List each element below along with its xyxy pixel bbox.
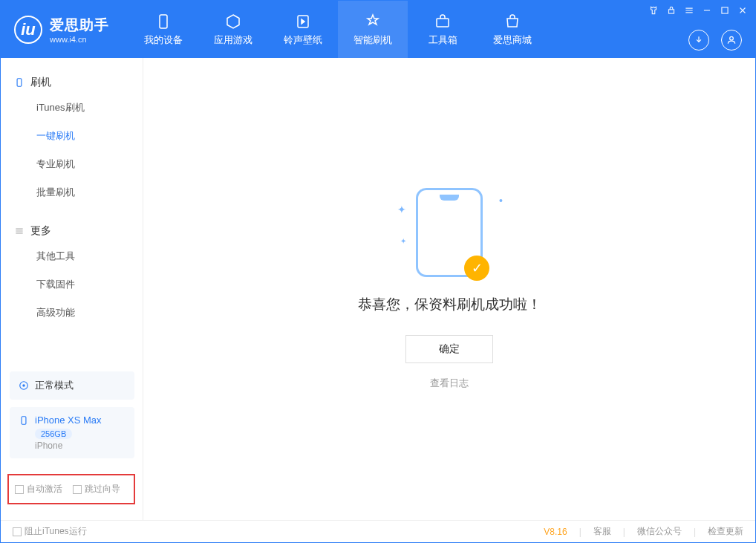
sidebar-item-pro-flash[interactable]: 专业刷机 (1, 150, 143, 178)
device-icon (19, 415, 29, 426)
wechat-link[interactable]: 微信公众号 (637, 525, 682, 538)
svg-point-8 (22, 384, 25, 387)
device-name: iPhone XS Max (35, 414, 102, 426)
phone-icon (14, 77, 25, 88)
sparkle-icon: ✦ (397, 204, 406, 215)
tab-device[interactable]: 我的设备 (128, 1, 198, 58)
tab-apps[interactable]: 应用游戏 (198, 1, 268, 58)
svg-rect-4 (722, 7, 728, 13)
shirt-icon[interactable] (648, 5, 659, 16)
tab-toolbox[interactable]: 工具箱 (408, 1, 478, 58)
footer-right: V8.16 | 客服 | 微信公众号 | 检查更新 (544, 525, 743, 538)
menu-icon[interactable] (684, 5, 694, 16)
sidebar-header-more: 更多 (1, 220, 143, 242)
nav-tabs: 我的设备 应用游戏 铃声壁纸 智能刷机 工具箱 爱思商城 (128, 1, 547, 58)
checkbox-auto-activate[interactable]: 自动激活 (15, 483, 62, 495)
update-link[interactable]: 检查更新 (708, 525, 743, 538)
body: 刷机 iTunes刷机 一键刷机 专业刷机 批量刷机 更多 其他工具 下载固件 … (1, 58, 755, 520)
app-url: www.i4.cn (50, 35, 109, 44)
device-storage: 256GB (35, 429, 72, 439)
svg-rect-0 (160, 15, 167, 28)
app-header: iu 爱思助手 www.i4.cn 我的设备 应用游戏 铃声壁纸 智能刷机 工具… (1, 1, 755, 58)
maximize-icon[interactable] (720, 5, 730, 16)
close-icon[interactable] (737, 5, 748, 16)
view-log-link[interactable]: 查看日志 (430, 377, 469, 390)
sidebar-section-more: 更多 其他工具 下载固件 高级功能 (1, 220, 143, 327)
checkbox-block-itunes[interactable]: 阻止iTunes运行 (13, 525, 87, 538)
download-icon[interactable] (688, 30, 709, 51)
sidebar-item-download-firmware[interactable]: 下载固件 (1, 270, 143, 299)
footer-left: 阻止iTunes运行 (13, 525, 87, 538)
version-label: V8.16 (544, 527, 567, 537)
logo-text: 爱思助手 www.i4.cn (50, 16, 109, 44)
sidebar-item-itunes-flash[interactable]: iTunes刷机 (1, 94, 143, 122)
sparkle-icon: ✦ (400, 237, 406, 245)
main-content: ✦ • ✦ ✓ 恭喜您，保资料刷机成功啦！ 确定 查看日志 (143, 58, 755, 520)
sidebar-item-other-tools[interactable]: 其他工具 (1, 242, 143, 270)
mode-label: 正常模式 (35, 379, 74, 392)
tab-flash[interactable]: 智能刷机 (338, 1, 408, 58)
tab-store[interactable]: 爱思商城 (478, 1, 547, 58)
svg-rect-2 (437, 19, 449, 27)
minimize-icon[interactable] (702, 5, 712, 16)
svg-point-5 (730, 36, 734, 40)
sidebar-item-oneclick-flash[interactable]: 一键刷机 (1, 122, 143, 150)
device-card[interactable]: iPhone XS Max 256GB iPhone (10, 407, 134, 458)
device-type: iPhone (35, 440, 126, 451)
checkbox-icon (15, 485, 24, 494)
bottom-options-highlight: 自动激活 跳过向导 (7, 474, 135, 504)
footer: 阻止iTunes运行 V8.16 | 客服 | 微信公众号 | 检查更新 (1, 520, 755, 542)
sidebar-header-flash: 刷机 (1, 71, 143, 94)
more-icon (14, 226, 25, 236)
sidebar-item-batch-flash[interactable]: 批量刷机 (1, 178, 143, 207)
mode-icon (19, 380, 29, 391)
ok-button[interactable]: 确定 (405, 335, 493, 363)
app-name: 爱思助手 (50, 16, 109, 35)
logo-icon: iu (14, 16, 42, 44)
svg-rect-3 (669, 10, 674, 13)
window-controls (648, 5, 748, 16)
success-check-icon: ✓ (464, 256, 489, 281)
sidebar: 刷机 iTunes刷机 一键刷机 专业刷机 批量刷机 更多 其他工具 下载固件 … (1, 58, 143, 520)
sidebar-item-advanced[interactable]: 高级功能 (1, 299, 143, 327)
logo-area: iu 爱思助手 www.i4.cn (1, 16, 123, 44)
sidebar-section-flash: 刷机 iTunes刷机 一键刷机 专业刷机 批量刷机 (1, 71, 143, 207)
checkbox-icon (13, 527, 22, 536)
checkbox-skip-guide[interactable]: 跳过向导 (73, 483, 120, 495)
sparkle-icon: • (499, 195, 503, 207)
tab-ringtone[interactable]: 铃声壁纸 (268, 1, 338, 58)
phone-illustration: ✦ • ✦ ✓ (416, 188, 483, 277)
mode-card[interactable]: 正常模式 (10, 371, 134, 400)
svg-rect-9 (22, 416, 26, 424)
success-message: 恭喜您，保资料刷机成功啦！ (358, 295, 541, 314)
user-icon[interactable] (721, 30, 742, 51)
header-actions (688, 30, 742, 51)
device-cards: 正常模式 iPhone XS Max 256GB iPhone (1, 371, 143, 466)
svg-rect-6 (17, 79, 22, 87)
support-link[interactable]: 客服 (593, 525, 611, 538)
checkbox-icon (73, 485, 82, 494)
lock-icon[interactable] (666, 5, 677, 16)
